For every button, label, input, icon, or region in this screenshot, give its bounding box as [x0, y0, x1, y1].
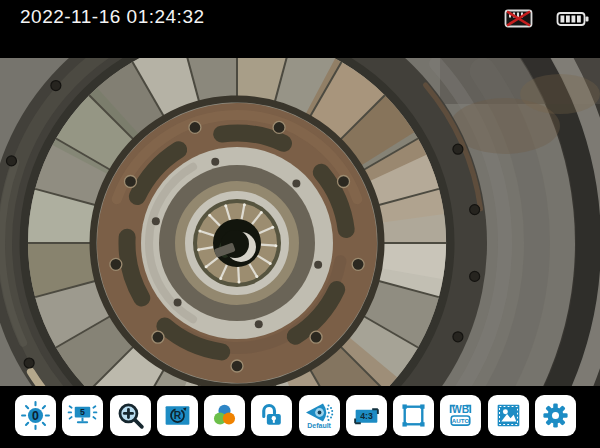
svg-text:4:3: 4:3	[360, 411, 373, 421]
camera-live-view	[0, 58, 600, 386]
white-balance-button[interactable]: WB AUTO	[440, 395, 481, 436]
wb-auto-icon: WB AUTO	[445, 400, 476, 431]
effect-default-label: Default	[307, 422, 331, 429]
battery-icon	[556, 10, 590, 32]
sun-brightness-icon: 0	[20, 400, 51, 431]
sd-card-missing-icon	[503, 7, 534, 34]
unlock-icon	[256, 400, 287, 431]
rotate-button[interactable]: R	[157, 395, 198, 436]
eye-effect-icon	[304, 402, 334, 423]
screen-brightness-button[interactable]: 5	[62, 395, 103, 436]
lock-button[interactable]	[251, 395, 292, 436]
freeze-frame-button[interactable]	[393, 395, 434, 436]
aspect-ratio-icon: 4:3	[351, 400, 382, 431]
zoom-button[interactable]	[110, 395, 151, 436]
svg-text:R: R	[174, 410, 182, 421]
status-icons	[503, 7, 590, 34]
svg-text:AUTO: AUTO	[452, 416, 470, 423]
gear-icon	[540, 400, 571, 431]
color-mode-button[interactable]	[204, 395, 245, 436]
endoscope-camera-app: 2022-11-16 01:24:32	[0, 0, 600, 448]
camera-toolbar: 0 5	[0, 386, 600, 448]
status-bar: 2022-11-16 01:24:32	[0, 0, 600, 58]
camera-frame	[0, 58, 600, 386]
settings-button[interactable]	[535, 395, 576, 436]
frame-corners-icon	[398, 400, 429, 431]
led-brightness-button[interactable]: 0	[15, 395, 56, 436]
magnifier-plus-icon	[115, 400, 146, 431]
photo-gallery-icon	[493, 400, 524, 431]
aspect-ratio-button[interactable]: 4:3	[346, 395, 387, 436]
effect-default-button[interactable]: Default	[299, 395, 340, 436]
svg-text:WB: WB	[452, 404, 469, 415]
svg-text:0: 0	[32, 408, 39, 422]
timestamp: 2022-11-16 01:24:32	[20, 6, 205, 28]
color-circles-icon	[209, 400, 240, 431]
rotate-r-icon: R	[162, 400, 193, 431]
gallery-button[interactable]	[488, 395, 529, 436]
monitor-brightness-icon: 5	[67, 400, 98, 431]
svg-text:5: 5	[80, 407, 85, 417]
